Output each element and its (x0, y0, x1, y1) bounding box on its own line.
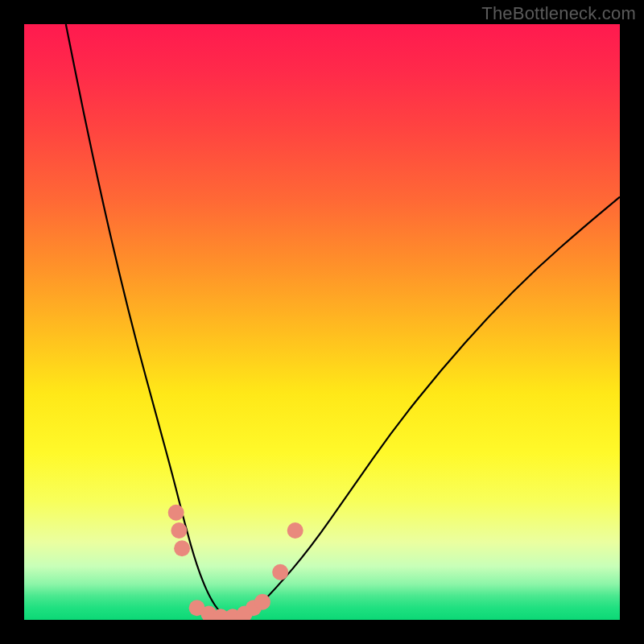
bottleneck-curve (66, 24, 620, 618)
watermark-text: TheBottleneck.com (481, 3, 636, 24)
curve-marker (174, 540, 190, 556)
curve-marker (168, 505, 184, 521)
curve-marker (287, 522, 303, 539)
curve-marker (254, 594, 270, 610)
curve-marker (171, 522, 187, 539)
curve-marker (272, 564, 288, 580)
curve-layer (24, 24, 620, 620)
plot-area (24, 24, 620, 620)
curve-markers (168, 505, 303, 620)
